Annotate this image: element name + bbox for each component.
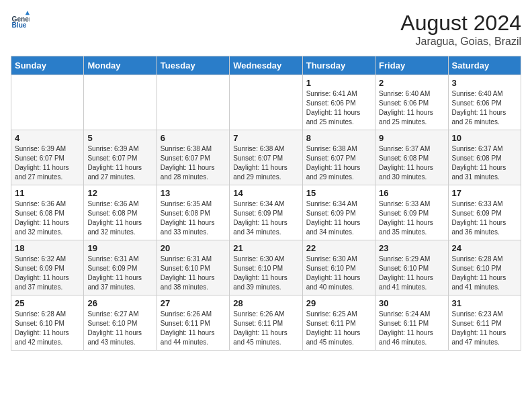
day-info: Sunrise: 6:34 AM Sunset: 6:09 PM Dayligh… xyxy=(306,199,371,237)
day-number: 22 xyxy=(306,243,371,253)
day-info: Sunrise: 6:37 AM Sunset: 6:08 PM Dayligh… xyxy=(452,144,517,182)
calendar-cell: 17Sunrise: 6:33 AM Sunset: 6:09 PM Dayli… xyxy=(448,185,521,240)
calendar-cell: 7Sunrise: 6:38 AM Sunset: 6:07 PM Daylig… xyxy=(230,130,302,185)
day-number: 3 xyxy=(452,78,517,88)
day-number: 29 xyxy=(306,298,371,308)
calendar-cell: 27Sunrise: 6:26 AM Sunset: 6:11 PM Dayli… xyxy=(157,295,229,351)
day-number: 12 xyxy=(87,188,152,198)
day-info: Sunrise: 6:36 AM Sunset: 6:08 PM Dayligh… xyxy=(87,199,152,237)
day-info: Sunrise: 6:25 AM Sunset: 6:11 PM Dayligh… xyxy=(306,310,371,347)
day-info: Sunrise: 6:23 AM Sunset: 6:11 PM Dayligh… xyxy=(452,310,517,347)
title-block: August 2024 Jaragua, Goias, Brazil xyxy=(400,11,521,48)
column-header-sunday: Sunday xyxy=(11,56,84,75)
calendar-cell: 19Sunrise: 6:31 AM Sunset: 6:09 PM Dayli… xyxy=(84,240,157,295)
calendar-cell: 29Sunrise: 6:25 AM Sunset: 6:11 PM Dayli… xyxy=(302,295,375,351)
day-info: Sunrise: 6:30 AM Sunset: 6:10 PM Dayligh… xyxy=(306,255,371,292)
logo-icon: General Blue xyxy=(11,11,30,30)
day-number: 28 xyxy=(233,298,298,308)
calendar-cell: 3Sunrise: 6:40 AM Sunset: 6:06 PM Daylig… xyxy=(448,75,521,130)
day-number: 21 xyxy=(233,243,298,253)
day-number: 1 xyxy=(306,78,371,88)
day-info: Sunrise: 6:39 AM Sunset: 6:07 PM Dayligh… xyxy=(87,144,152,182)
day-number: 14 xyxy=(233,188,298,198)
day-number: 9 xyxy=(379,133,444,143)
day-number: 19 xyxy=(87,243,152,253)
calendar-cell: 13Sunrise: 6:35 AM Sunset: 6:08 PM Dayli… xyxy=(157,185,229,240)
day-info: Sunrise: 6:40 AM Sunset: 6:06 PM Dayligh… xyxy=(452,89,517,127)
column-header-monday: Monday xyxy=(84,56,157,75)
calendar-cell: 4Sunrise: 6:39 AM Sunset: 6:07 PM Daylig… xyxy=(11,130,84,185)
calendar-cell xyxy=(11,75,84,130)
day-info: Sunrise: 6:32 AM Sunset: 6:09 PM Dayligh… xyxy=(15,255,80,292)
column-header-saturday: Saturday xyxy=(448,56,521,75)
day-info: Sunrise: 6:33 AM Sunset: 6:09 PM Dayligh… xyxy=(452,199,517,237)
calendar-cell: 8Sunrise: 6:38 AM Sunset: 6:07 PM Daylig… xyxy=(302,130,375,185)
logo: General Blue xyxy=(11,11,30,30)
page-subtitle: Jaragua, Goias, Brazil xyxy=(400,36,521,48)
day-number: 23 xyxy=(379,243,444,253)
day-info: Sunrise: 6:28 AM Sunset: 6:10 PM Dayligh… xyxy=(15,310,80,347)
calendar-table: SundayMondayTuesdayWednesdayThursdayFrid… xyxy=(11,56,521,351)
day-info: Sunrise: 6:41 AM Sunset: 6:06 PM Dayligh… xyxy=(306,89,371,127)
calendar-cell: 12Sunrise: 6:36 AM Sunset: 6:08 PM Dayli… xyxy=(84,185,157,240)
calendar-body: 1Sunrise: 6:41 AM Sunset: 6:06 PM Daylig… xyxy=(11,75,521,351)
calendar-week-row: 25Sunrise: 6:28 AM Sunset: 6:10 PM Dayli… xyxy=(11,295,521,351)
column-header-friday: Friday xyxy=(375,56,448,75)
day-info: Sunrise: 6:27 AM Sunset: 6:10 PM Dayligh… xyxy=(87,310,152,347)
day-number: 11 xyxy=(15,188,80,198)
day-number: 4 xyxy=(15,133,80,143)
calendar-cell: 20Sunrise: 6:31 AM Sunset: 6:10 PM Dayli… xyxy=(157,240,229,295)
calendar-cell: 18Sunrise: 6:32 AM Sunset: 6:09 PM Dayli… xyxy=(11,240,84,295)
calendar-cell: 26Sunrise: 6:27 AM Sunset: 6:10 PM Dayli… xyxy=(84,295,157,351)
day-info: Sunrise: 6:38 AM Sunset: 6:07 PM Dayligh… xyxy=(306,144,371,182)
day-number: 2 xyxy=(379,78,444,88)
calendar-cell: 6Sunrise: 6:38 AM Sunset: 6:07 PM Daylig… xyxy=(157,130,229,185)
day-number: 30 xyxy=(379,298,444,308)
column-header-tuesday: Tuesday xyxy=(157,56,229,75)
calendar-cell: 31Sunrise: 6:23 AM Sunset: 6:11 PM Dayli… xyxy=(448,295,521,351)
day-info: Sunrise: 6:28 AM Sunset: 6:10 PM Dayligh… xyxy=(452,255,517,292)
day-number: 6 xyxy=(161,133,226,143)
day-info: Sunrise: 6:30 AM Sunset: 6:10 PM Dayligh… xyxy=(233,255,298,292)
day-info: Sunrise: 6:37 AM Sunset: 6:08 PM Dayligh… xyxy=(379,144,444,182)
day-number: 7 xyxy=(233,133,298,143)
day-info: Sunrise: 6:40 AM Sunset: 6:06 PM Dayligh… xyxy=(379,89,444,127)
day-number: 20 xyxy=(161,243,226,253)
calendar-cell: 11Sunrise: 6:36 AM Sunset: 6:08 PM Dayli… xyxy=(11,185,84,240)
day-info: Sunrise: 6:24 AM Sunset: 6:11 PM Dayligh… xyxy=(379,310,444,347)
column-header-thursday: Thursday xyxy=(302,56,375,75)
day-number: 16 xyxy=(379,188,444,198)
day-number: 31 xyxy=(452,298,517,308)
svg-text:Blue: Blue xyxy=(12,21,27,29)
day-info: Sunrise: 6:38 AM Sunset: 6:07 PM Dayligh… xyxy=(161,144,226,182)
calendar-header-row: SundayMondayTuesdayWednesdayThursdayFrid… xyxy=(11,56,521,75)
day-info: Sunrise: 6:26 AM Sunset: 6:11 PM Dayligh… xyxy=(233,310,298,347)
calendar-cell xyxy=(84,75,157,130)
day-number: 5 xyxy=(87,133,152,143)
day-info: Sunrise: 6:34 AM Sunset: 6:09 PM Dayligh… xyxy=(233,199,298,237)
calendar-cell: 10Sunrise: 6:37 AM Sunset: 6:08 PM Dayli… xyxy=(448,130,521,185)
calendar-cell: 16Sunrise: 6:33 AM Sunset: 6:09 PM Dayli… xyxy=(375,185,448,240)
calendar-week-row: 11Sunrise: 6:36 AM Sunset: 6:08 PM Dayli… xyxy=(11,185,521,240)
day-number: 24 xyxy=(452,243,517,253)
calendar-week-row: 4Sunrise: 6:39 AM Sunset: 6:07 PM Daylig… xyxy=(11,130,521,185)
calendar-cell: 28Sunrise: 6:26 AM Sunset: 6:11 PM Dayli… xyxy=(230,295,302,351)
day-info: Sunrise: 6:35 AM Sunset: 6:08 PM Dayligh… xyxy=(161,199,226,237)
calendar-cell: 1Sunrise: 6:41 AM Sunset: 6:06 PM Daylig… xyxy=(302,75,375,130)
day-number: 15 xyxy=(306,188,371,198)
calendar-cell: 2Sunrise: 6:40 AM Sunset: 6:06 PM Daylig… xyxy=(375,75,448,130)
day-info: Sunrise: 6:26 AM Sunset: 6:11 PM Dayligh… xyxy=(161,310,226,347)
day-info: Sunrise: 6:33 AM Sunset: 6:09 PM Dayligh… xyxy=(379,199,444,237)
page-title: August 2024 xyxy=(400,11,521,36)
day-info: Sunrise: 6:31 AM Sunset: 6:09 PM Dayligh… xyxy=(87,255,152,292)
calendar-cell: 24Sunrise: 6:28 AM Sunset: 6:10 PM Dayli… xyxy=(448,240,521,295)
calendar-week-row: 1Sunrise: 6:41 AM Sunset: 6:06 PM Daylig… xyxy=(11,75,521,130)
calendar-cell: 22Sunrise: 6:30 AM Sunset: 6:10 PM Dayli… xyxy=(302,240,375,295)
day-info: Sunrise: 6:36 AM Sunset: 6:08 PM Dayligh… xyxy=(15,199,80,237)
calendar-cell xyxy=(157,75,229,130)
day-number: 10 xyxy=(452,133,517,143)
day-number: 17 xyxy=(452,188,517,198)
calendar-cell: 23Sunrise: 6:29 AM Sunset: 6:10 PM Dayli… xyxy=(375,240,448,295)
calendar-cell: 25Sunrise: 6:28 AM Sunset: 6:10 PM Dayli… xyxy=(11,295,84,351)
calendar-cell: 15Sunrise: 6:34 AM Sunset: 6:09 PM Dayli… xyxy=(302,185,375,240)
